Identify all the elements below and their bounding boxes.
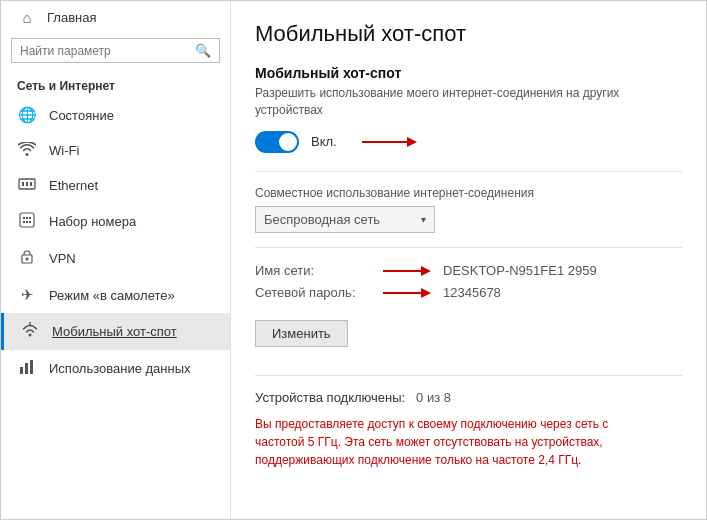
vpn-icon — [17, 249, 37, 268]
sidebar-item-label-airplane: Режим «в самолете» — [49, 288, 175, 303]
search-input[interactable] — [20, 44, 195, 58]
network-name-arrow — [383, 262, 433, 280]
sidebar-item-dialup[interactable]: Набор номера — [1, 203, 230, 240]
sharing-dropdown[interactable]: Беспроводная сеть ▾ — [255, 206, 435, 233]
svg-rect-2 — [26, 182, 28, 186]
divider-1 — [255, 171, 682, 172]
hotspot-section-title: Мобильный хот-спот — [255, 65, 682, 81]
svg-point-8 — [23, 221, 25, 223]
data-usage-icon — [17, 359, 37, 378]
search-container: 🔍 — [11, 38, 220, 63]
sidebar-item-label-ethernet: Ethernet — [49, 178, 98, 193]
svg-marker-23 — [421, 288, 431, 298]
devices-label: Устройства подключены: — [255, 390, 405, 405]
svg-marker-19 — [407, 137, 417, 147]
network-name-row: DESKTOP-N951FE1 2959 — [383, 262, 682, 280]
warning-text: Вы предоставляете доступ к своему подклю… — [255, 415, 635, 469]
search-icon: 🔍 — [195, 43, 211, 58]
hotspot-toggle[interactable] — [255, 131, 299, 153]
network-name-label: Имя сети: — [255, 263, 375, 278]
settings-window: ⌂ Главная 🔍 Сеть и Интернет 🌐 Состояние — [0, 0, 707, 520]
sidebar-item-vpn[interactable]: VPN — [1, 240, 230, 277]
password-value: 12345678 — [443, 285, 501, 300]
sidebar-item-label-data-usage: Использование данных — [49, 361, 191, 376]
svg-rect-17 — [30, 360, 33, 374]
sidebar: ⌂ Главная 🔍 Сеть и Интернет 🌐 Состояние — [1, 1, 231, 519]
sharing-label: Совместное использование интернет-соедин… — [255, 186, 682, 200]
sidebar-item-airplane[interactable]: ✈ Режим «в самолете» — [1, 277, 230, 313]
password-row: 12345678 — [383, 284, 682, 302]
sidebar-item-status[interactable]: 🌐 Состояние — [1, 97, 230, 133]
network-name-value: DESKTOP-N951FE1 2959 — [443, 263, 597, 278]
sidebar-item-label-hotspot: Мобильный хот-спот — [52, 324, 177, 339]
svg-point-7 — [29, 217, 31, 219]
svg-rect-3 — [30, 182, 32, 186]
svg-point-13 — [29, 334, 32, 337]
divider-2 — [255, 247, 682, 248]
home-icon: ⌂ — [17, 9, 37, 26]
sidebar-home-item[interactable]: ⌂ Главная — [1, 1, 230, 34]
svg-point-6 — [26, 217, 28, 219]
change-button[interactable]: Изменить — [255, 320, 348, 347]
toggle-label: Вкл. — [311, 134, 337, 149]
dialup-icon — [17, 212, 37, 231]
dropdown-value: Беспроводная сеть — [264, 212, 380, 227]
hotspot-icon — [20, 322, 40, 341]
password-label: Сетевой пароль: — [255, 285, 375, 300]
devices-count: 0 из 8 — [416, 390, 451, 405]
sidebar-item-wifi[interactable]: Wi-Fi — [1, 133, 230, 168]
sidebar-item-label-dialup: Набор номера — [49, 214, 136, 229]
svg-point-10 — [29, 221, 31, 223]
sidebar-home-label: Главная — [47, 10, 96, 25]
sidebar-section-title: Сеть и Интернет — [1, 73, 230, 97]
svg-rect-16 — [25, 363, 28, 374]
arrow-annotation — [357, 132, 417, 152]
airplane-icon: ✈ — [17, 286, 37, 304]
svg-point-12 — [26, 258, 29, 261]
network-info-grid: Имя сети: DESKTOP-N951FE1 2959 Сетевой п… — [255, 262, 682, 302]
toggle-row: Вкл. — [255, 131, 682, 153]
svg-rect-4 — [20, 213, 34, 227]
sidebar-item-label-status: Состояние — [49, 108, 114, 123]
svg-point-5 — [23, 217, 25, 219]
chevron-down-icon: ▾ — [421, 214, 426, 225]
hotspot-desc: Разрешить использование моего интернет-с… — [255, 85, 682, 119]
svg-point-9 — [26, 221, 28, 223]
page-title: Мобильный хот-спот — [255, 21, 682, 47]
svg-marker-21 — [421, 266, 431, 276]
sidebar-item-hotspot[interactable]: Мобильный хот-спот — [1, 313, 230, 350]
sidebar-item-label-vpn: VPN — [49, 251, 76, 266]
svg-rect-15 — [20, 367, 23, 374]
sidebar-item-label-wifi: Wi-Fi — [49, 143, 79, 158]
devices-row: Устройства подключены: 0 из 8 — [255, 390, 682, 405]
ethernet-icon — [17, 177, 37, 194]
sidebar-item-data-usage[interactable]: Использование данных — [1, 350, 230, 387]
main-content: Мобильный хот-спот Мобильный хот-спот Ра… — [231, 1, 706, 519]
divider-3 — [255, 375, 682, 376]
password-arrow — [383, 284, 433, 302]
svg-rect-1 — [22, 182, 24, 186]
status-icon: 🌐 — [17, 106, 37, 124]
sidebar-item-ethernet[interactable]: Ethernet — [1, 168, 230, 203]
wifi-icon — [17, 142, 37, 159]
